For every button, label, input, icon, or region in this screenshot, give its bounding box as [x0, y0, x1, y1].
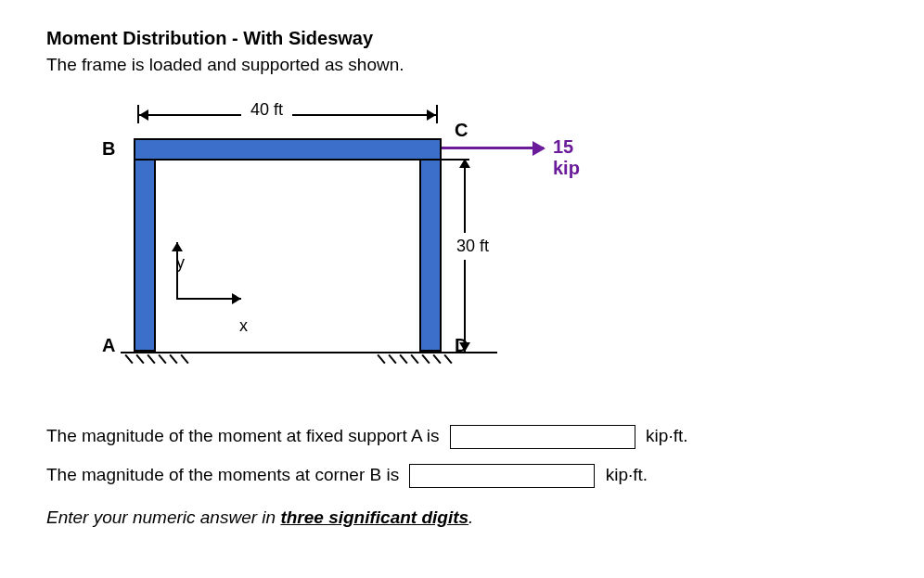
instruction: Enter your numeric answer in three signi… — [46, 498, 878, 537]
load-label: 15 kip — [553, 136, 594, 179]
node-a-label: A — [102, 335, 115, 356]
x-axis-label: x — [239, 316, 248, 336]
page-subtitle: The frame is loaded and supported as sho… — [46, 55, 878, 75]
answer-input-b[interactable] — [409, 464, 595, 488]
x-axis-icon — [176, 298, 241, 300]
load-arrow-icon — [442, 147, 544, 149]
height-dimension-label: 30 ft — [455, 233, 491, 260]
y-axis-label: y — [176, 253, 185, 273]
dim-tick-right — [436, 105, 438, 123]
q2-unit: kip·ft. — [606, 465, 648, 484]
node-b-label: B — [102, 138, 115, 160]
instr-post: . — [468, 507, 473, 527]
question-2: The magnitude of the moments at corner B… — [46, 456, 878, 495]
span-dimension-label: 40 ft — [241, 100, 292, 120]
fixed-support-hatching — [121, 352, 455, 368]
answer-input-a[interactable] — [450, 425, 635, 449]
page-title: Moment Distribution - With Sidesway — [46, 28, 878, 49]
q2-prefix: The magnitude of the moments at corner B… — [46, 465, 399, 484]
q1-unit: kip·ft. — [646, 426, 687, 445]
frame-diagram: 40 ft A B C D 15 kip 30 ft y x — [74, 103, 594, 391]
beam-bc — [134, 138, 442, 161]
instr-pre: Enter your numeric answer in — [46, 507, 280, 527]
column-ab — [134, 138, 156, 352]
question-1: The magnitude of the moment at fixed sup… — [46, 417, 878, 456]
questions-block: The magnitude of the moment at fixed sup… — [46, 417, 878, 536]
column-cd — [419, 138, 442, 352]
instr-emphasis: three significant digits — [280, 507, 468, 527]
q1-prefix: The magnitude of the moment at fixed sup… — [46, 426, 440, 445]
node-c-label: C — [455, 120, 468, 141]
